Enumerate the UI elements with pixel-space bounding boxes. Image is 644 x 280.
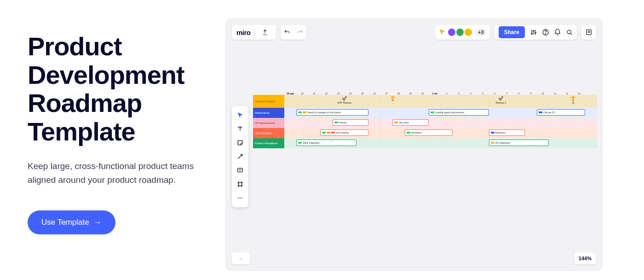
select-tool-icon[interactable] (233, 109, 247, 122)
page-subtitle: Keep large, cross-functional product tea… (28, 159, 202, 187)
avatar[interactable] (464, 28, 473, 37)
svg-point-4 (545, 34, 546, 34)
lane-label: UX Improvements (253, 118, 284, 128)
lane-ux: UX Improvements FramesJira cards (253, 118, 597, 128)
miro-board-preview: miro (225, 18, 603, 271)
arrow-tool-icon[interactable] (233, 150, 247, 163)
lane-label: User Activation (253, 128, 284, 138)
avatar[interactable] (455, 28, 465, 37)
lane-customer-support: Customer Support 🚀MVP Release🏆🚀Release 2… (253, 95, 597, 108)
tool-palette (232, 106, 248, 207)
zoom-level[interactable]: 144% (574, 252, 596, 264)
roadmap-task[interactable]: Jira integration (489, 140, 549, 146)
redo-icon[interactable] (293, 25, 306, 40)
minimap-toggle[interactable]: ›› (232, 252, 250, 264)
lane-label: Performance (253, 108, 284, 118)
timeline-days: 19 sep20212223242526272829301 oct2345678… (284, 88, 597, 95)
frame-tool-icon[interactable] (233, 178, 247, 191)
undo-redo-pill (281, 25, 306, 40)
svg-point-9 (240, 198, 241, 198)
cursor-icon (439, 29, 446, 36)
roadmap-task[interactable]: Canvas 2.0 (537, 109, 585, 116)
svg-rect-7 (238, 168, 243, 172)
logo-pill[interactable]: miro (232, 25, 276, 40)
comment-tool-icon[interactable] (233, 164, 247, 177)
bell-icon[interactable] (553, 28, 562, 37)
comments-button[interactable] (581, 25, 596, 40)
use-template-button[interactable]: Use Template → (28, 210, 115, 234)
collaborators-more-count[interactable]: +3 (476, 29, 486, 36)
settings-sliders-icon[interactable] (529, 28, 538, 37)
svg-point-1 (533, 30, 535, 32)
help-icon[interactable] (541, 28, 550, 37)
arrow-right-icon: → (94, 218, 102, 227)
svg-point-10 (242, 198, 242, 198)
roadmap-task[interactable]: Templates (405, 129, 453, 136)
svg-point-5 (567, 30, 571, 34)
export-icon[interactable] (259, 25, 271, 40)
text-tool-icon[interactable] (233, 122, 247, 135)
lane-label: Product Integrations (253, 138, 284, 148)
roadmap-task[interactable]: Jira cards (392, 119, 428, 126)
avatar[interactable] (447, 28, 456, 37)
roadmap-task[interactable]: Reactions (489, 129, 525, 136)
svg-point-0 (531, 33, 533, 35)
more-tools-icon[interactable] (233, 192, 247, 204)
collaborators-pill: +3 (435, 25, 490, 40)
roadmap-task[interactable]: Frames (333, 119, 368, 126)
share-button[interactable]: Share (499, 26, 525, 38)
roadmap-task[interactable]: Link sharing (320, 129, 368, 136)
top-toolgroup: Share (494, 25, 577, 40)
svg-point-8 (238, 198, 239, 198)
svg-point-2 (535, 32, 536, 34)
cta-label: Use Template (41, 218, 89, 227)
sticky-tool-icon[interactable] (233, 136, 247, 149)
undo-icon[interactable] (281, 25, 293, 40)
lane-performance: Performance Search & navigate on the boa… (253, 108, 597, 118)
lane-activation: User Activation Link sharingTemplatesRea… (253, 128, 597, 138)
roadmap-task[interactable]: Search & navigate on the boards (296, 109, 368, 116)
page-title: Product Development Roadmap Template (28, 32, 207, 146)
lane-label: Customer Support (253, 95, 284, 108)
miro-logo: miro (236, 29, 251, 36)
roadmap-canvas: 19 sep20212223242526272829301 oct2345678… (253, 88, 597, 148)
lane-integrations: Product Integrations Slack integrationJi… (253, 138, 597, 148)
roadmap-task[interactable]: Slack integration (296, 140, 356, 146)
search-icon[interactable] (565, 28, 574, 37)
roadmap-task[interactable]: Loading speed improvement (429, 109, 489, 116)
